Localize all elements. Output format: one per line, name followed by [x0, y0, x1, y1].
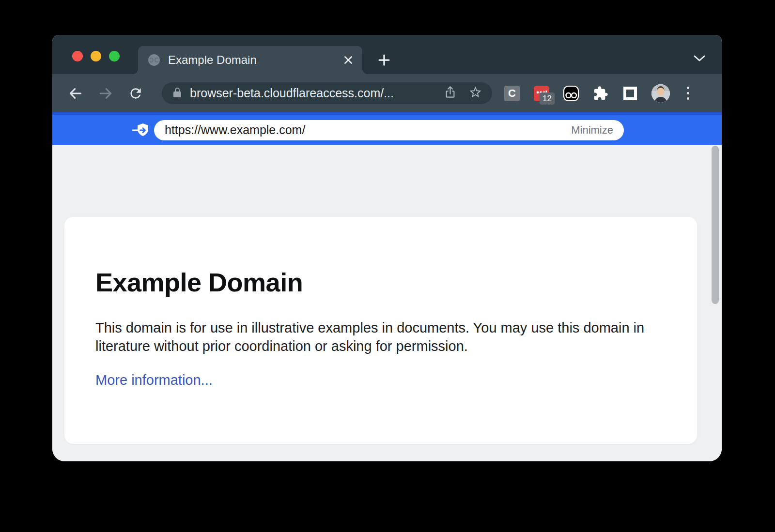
toolbar: browser-beta.cloudflareaccess.com/... [52, 74, 722, 112]
extensions-puzzle-icon[interactable] [592, 85, 609, 102]
reload-button[interactable] [125, 83, 146, 104]
address-bar-url: browser-beta.cloudflareaccess.com/... [190, 86, 444, 100]
tab-search-chevron-icon[interactable] [693, 54, 706, 63]
close-window-button[interactable] [72, 51, 83, 61]
new-tab-button[interactable] [374, 50, 394, 70]
isolation-bar: https://www.example.com/ Minimize [52, 112, 722, 145]
scrollbar-thumb[interactable] [712, 146, 719, 304]
tab-favicon-globe-icon [148, 54, 160, 66]
bookmark-star-icon[interactable] [468, 85, 482, 101]
page-title: Example Domain [95, 267, 666, 297]
lock-icon[interactable] [171, 87, 183, 100]
extensions-row: C 12 [504, 84, 693, 103]
share-icon[interactable] [444, 86, 457, 101]
password-manager-extension-icon[interactable]: 12 [533, 85, 550, 102]
forward-button[interactable] [95, 83, 116, 104]
minimize-window-button[interactable] [91, 51, 101, 61]
zoom-window-button[interactable] [109, 51, 120, 61]
isolation-shield-icon [132, 123, 149, 137]
minimize-button[interactable]: Minimize [571, 124, 613, 137]
back-button[interactable] [65, 83, 86, 104]
more-information-link[interactable]: More information... [95, 372, 213, 388]
window-controls [72, 51, 120, 61]
side-panel-icon[interactable] [622, 85, 638, 102]
browser-window: Example Domain [52, 35, 722, 461]
tab-title: Example Domain [168, 53, 342, 67]
isolated-url-value: https://www.example.com/ [165, 123, 305, 137]
page-viewport: Example Domain This domain is for use in… [52, 145, 722, 461]
tab-strip: Example Domain [52, 35, 722, 74]
isolated-url-input[interactable]: https://www.example.com/ Minimize [154, 120, 624, 140]
camera-extension-icon[interactable] [563, 85, 579, 102]
extension-c-icon[interactable]: C [504, 85, 520, 102]
tab-close-icon[interactable] [342, 54, 355, 66]
extension-badge: 12 [540, 92, 555, 105]
address-bar[interactable]: browser-beta.cloudflareaccess.com/... [162, 82, 492, 104]
page-paragraph: This domain is for use in illustrative e… [95, 319, 652, 356]
profile-avatar[interactable] [651, 84, 670, 103]
screenshot-canvas: Example Domain [0, 0, 775, 532]
browser-menu-icon[interactable] [683, 85, 693, 102]
browser-tab[interactable]: Example Domain [138, 46, 362, 74]
content-card: Example Domain This domain is for use in… [64, 217, 697, 444]
